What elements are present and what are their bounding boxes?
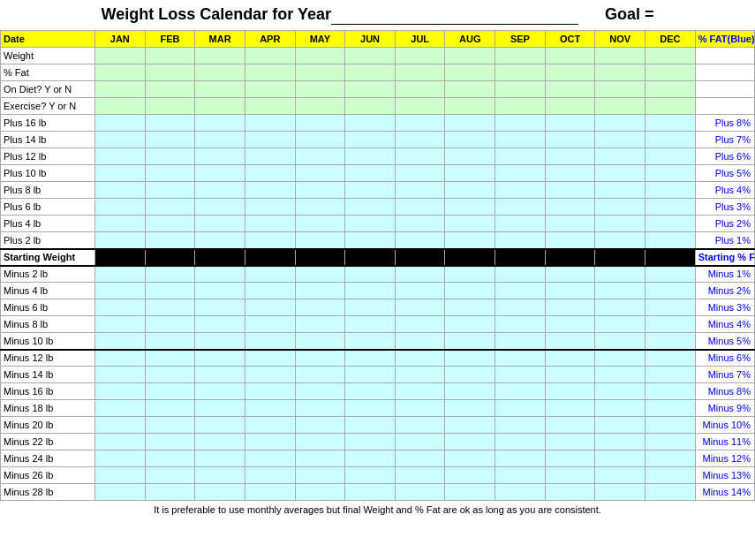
data-cell[interactable] (595, 48, 646, 64)
data-cell[interactable] (145, 299, 195, 316)
data-cell[interactable] (646, 450, 696, 467)
data-cell[interactable] (395, 417, 445, 434)
data-cell[interactable] (195, 333, 245, 350)
data-cell[interactable] (295, 283, 345, 299)
data-cell[interactable] (145, 81, 195, 98)
data-cell[interactable] (245, 484, 295, 501)
data-cell[interactable] (95, 64, 146, 81)
data-cell[interactable] (295, 81, 345, 98)
data-cell[interactable] (495, 383, 546, 400)
data-cell[interactable] (345, 115, 396, 132)
data-cell[interactable] (245, 434, 295, 450)
data-cell[interactable] (395, 148, 445, 165)
data-cell[interactable] (145, 434, 195, 450)
data-cell[interactable] (395, 98, 445, 115)
data-cell[interactable] (495, 316, 546, 333)
data-cell[interactable] (495, 115, 546, 132)
data-cell[interactable] (295, 467, 345, 484)
data-cell[interactable] (95, 98, 146, 115)
data-cell[interactable] (495, 283, 546, 299)
data-cell[interactable] (345, 165, 396, 182)
data-cell[interactable] (495, 81, 546, 98)
data-cell[interactable] (195, 383, 245, 400)
data-cell[interactable] (295, 266, 345, 283)
data-cell[interactable] (595, 266, 646, 283)
data-cell[interactable] (545, 383, 595, 400)
data-cell[interactable] (145, 148, 195, 165)
data-cell[interactable] (545, 266, 595, 283)
data-cell[interactable] (595, 232, 646, 249)
data-cell[interactable] (145, 48, 195, 64)
data-cell[interactable] (95, 299, 146, 316)
data-cell[interactable] (295, 450, 345, 467)
data-cell[interactable] (245, 165, 295, 182)
data-cell[interactable] (395, 48, 445, 64)
data-cell[interactable] (145, 467, 195, 484)
data-cell[interactable] (545, 132, 595, 148)
data-cell[interactable] (345, 232, 396, 249)
data-cell[interactable] (495, 299, 546, 316)
data-cell[interactable] (545, 484, 595, 501)
data-cell[interactable] (295, 333, 345, 350)
data-cell[interactable] (245, 417, 295, 434)
data-cell[interactable] (295, 367, 345, 383)
data-cell[interactable] (545, 199, 595, 216)
data-cell[interactable] (595, 484, 646, 501)
data-cell[interactable] (95, 467, 146, 484)
data-cell[interactable] (395, 316, 445, 333)
data-cell[interactable] (145, 367, 195, 383)
data-cell[interactable] (195, 81, 245, 98)
data-cell[interactable] (445, 450, 495, 467)
data-cell[interactable] (495, 434, 546, 450)
data-cell[interactable] (646, 467, 696, 484)
data-cell[interactable] (145, 283, 195, 299)
data-cell[interactable] (345, 64, 396, 81)
data-cell[interactable] (646, 64, 696, 81)
data-cell[interactable] (545, 299, 595, 316)
data-cell[interactable] (295, 316, 345, 333)
data-cell[interactable] (295, 232, 345, 249)
data-cell[interactable] (395, 484, 445, 501)
data-cell[interactable] (195, 283, 245, 299)
data-cell[interactable] (395, 283, 445, 299)
data-cell[interactable] (145, 333, 195, 350)
data-cell[interactable] (345, 216, 396, 232)
data-cell[interactable] (595, 316, 646, 333)
data-cell[interactable] (595, 434, 646, 450)
data-cell[interactable] (495, 199, 546, 216)
data-cell[interactable] (445, 115, 495, 132)
data-cell[interactable] (646, 81, 696, 98)
data-cell[interactable] (345, 249, 396, 266)
data-cell[interactable] (445, 350, 495, 367)
data-cell[interactable] (145, 132, 195, 148)
data-cell[interactable] (245, 316, 295, 333)
data-cell[interactable] (595, 98, 646, 115)
data-cell[interactable] (646, 165, 696, 182)
data-cell[interactable] (545, 367, 595, 383)
data-cell[interactable] (145, 484, 195, 501)
data-cell[interactable] (395, 333, 445, 350)
data-cell[interactable] (195, 148, 245, 165)
data-cell[interactable] (245, 350, 295, 367)
data-cell[interactable] (445, 316, 495, 333)
data-cell[interactable] (145, 266, 195, 283)
data-cell[interactable] (445, 132, 495, 148)
data-cell[interactable] (95, 400, 146, 417)
data-cell[interactable] (195, 199, 245, 216)
data-cell[interactable] (145, 232, 195, 249)
data-cell[interactable] (646, 216, 696, 232)
data-cell[interactable] (646, 383, 696, 400)
data-cell[interactable] (395, 266, 445, 283)
data-cell[interactable] (395, 216, 445, 232)
data-cell[interactable] (445, 165, 495, 182)
data-cell[interactable] (445, 64, 495, 81)
data-cell[interactable] (295, 299, 345, 316)
data-cell[interactable] (445, 48, 495, 64)
data-cell[interactable] (495, 148, 546, 165)
data-cell[interactable] (345, 283, 396, 299)
data-cell[interactable] (445, 367, 495, 383)
data-cell[interactable] (646, 350, 696, 367)
data-cell[interactable] (545, 467, 595, 484)
data-cell[interactable] (595, 132, 646, 148)
data-cell[interactable] (245, 115, 295, 132)
